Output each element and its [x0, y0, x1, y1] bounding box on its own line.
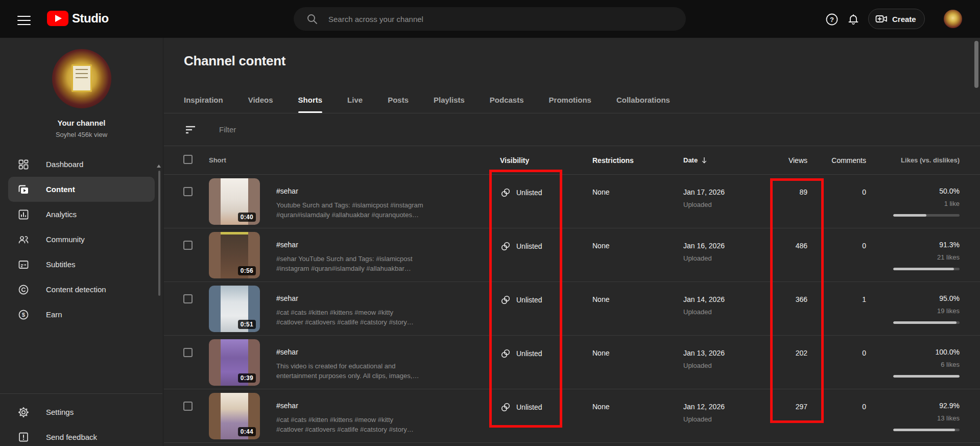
- sidebar-scrollbar[interactable]: [158, 171, 160, 296]
- sidebar-item-earn[interactable]: $ Earn: [0, 302, 163, 327]
- likes-percentage: 50.0%: [866, 187, 960, 195]
- column-header-date[interactable]: Date: [683, 156, 770, 165]
- channel-avatar[interactable]: [52, 49, 111, 108]
- column-header-visibility[interactable]: Visibility: [500, 156, 592, 165]
- table-row: 0:44 #sehar #cat #cats #kitten #kittens …: [164, 389, 980, 443]
- search-input[interactable]: [328, 15, 655, 24]
- video-title[interactable]: #sehar: [276, 294, 492, 302]
- date-value: Jan 16, 2026: [683, 242, 770, 250]
- video-description[interactable]: This video is created for educational an…: [276, 361, 492, 381]
- row-checkbox[interactable]: [183, 348, 193, 357]
- column-header-likes[interactable]: Likes (vs. dislikes): [866, 156, 960, 164]
- sidebar-item-settings[interactable]: Settings: [0, 400, 163, 425]
- content-icon: [17, 183, 30, 196]
- notifications-bell-icon[interactable]: [847, 13, 860, 26]
- tab-podcasts[interactable]: Podcasts: [490, 96, 524, 113]
- video-description[interactable]: Youtube Surch and Tags: #islamicpost #in…: [276, 200, 492, 220]
- tab-collaborations[interactable]: Collaborations: [616, 96, 670, 113]
- tab-posts[interactable]: Posts: [388, 96, 409, 113]
- visibility-cell[interactable]: Unlisted: [500, 228, 592, 252]
- video-description[interactable]: #sehar YouTube Surch and Tags: #islamicp…: [276, 254, 492, 273]
- table-row: 0:40 #sehar Youtube Surch and Tags: #isl…: [164, 175, 980, 228]
- video-description[interactable]: #cat #cats #kitten #kittens #meow #kitty…: [276, 415, 492, 434]
- visibility-cell[interactable]: Unlisted: [500, 336, 592, 359]
- views-value: 486: [770, 228, 807, 250]
- date-value: Jan 12, 2026: [683, 403, 770, 411]
- column-header-comments[interactable]: Comments: [807, 156, 866, 165]
- column-header-short[interactable]: Short: [209, 156, 500, 164]
- row-checkbox[interactable]: [183, 294, 193, 303]
- visibility-cell[interactable]: Unlisted: [500, 175, 592, 198]
- sidebar-item-send-feedback[interactable]: Send feedback: [0, 425, 163, 446]
- restrictions-value[interactable]: None: [592, 228, 683, 250]
- visibility-cell[interactable]: Unlisted: [500, 282, 592, 306]
- filter-placeholder[interactable]: Filter: [219, 125, 236, 134]
- views-value: 366: [770, 282, 807, 303]
- youtube-studio-logo[interactable]: Studio: [47, 11, 109, 26]
- video-thumbnail[interactable]: 0:40: [209, 178, 260, 225]
- svg-text:?: ?: [830, 16, 834, 24]
- restrictions-value[interactable]: None: [592, 175, 683, 196]
- sidebar-item-content[interactable]: Content: [8, 177, 155, 202]
- filter-bar[interactable]: Filter: [164, 113, 980, 146]
- subtitles-icon: [17, 259, 30, 271]
- help-icon[interactable]: ?: [825, 13, 839, 26]
- restrictions-value[interactable]: None: [592, 389, 683, 411]
- tab-shorts[interactable]: Shorts: [298, 96, 323, 113]
- table-header: Short Visibility Restrictions Date Views…: [164, 146, 980, 175]
- unlisted-link-icon: [500, 187, 511, 198]
- video-thumbnail[interactable]: 0:44: [209, 393, 260, 439]
- video-thumbnail[interactable]: 0:56: [209, 232, 260, 278]
- video-description[interactable]: #cat #cats #kitten #kittens #meow #kitty…: [276, 308, 492, 327]
- comments-value: 0: [807, 389, 866, 411]
- column-header-views[interactable]: Views: [770, 156, 807, 165]
- column-header-restrictions[interactable]: Restrictions: [592, 156, 683, 165]
- likes-count: 1 like: [866, 200, 960, 207]
- video-title[interactable]: #sehar: [276, 348, 492, 356]
- video-title[interactable]: #sehar: [276, 402, 492, 410]
- likes-percentage: 100.0%: [866, 348, 960, 356]
- video-title[interactable]: #sehar: [276, 241, 492, 249]
- duration-badge: 0:51: [238, 320, 256, 329]
- row-checkbox[interactable]: [183, 241, 193, 250]
- menu-hamburger-icon[interactable]: [17, 13, 31, 25]
- unlisted-link-icon: [500, 294, 511, 306]
- restrictions-value[interactable]: None: [592, 282, 683, 303]
- create-video-icon: [875, 12, 888, 26]
- video-thumbnail[interactable]: 0:39: [209, 339, 260, 386]
- sidebar-item-community[interactable]: Community: [0, 227, 163, 252]
- date-cell: Jan 14, 2026 Uploaded: [683, 282, 770, 316]
- tab-live[interactable]: Live: [347, 96, 363, 113]
- comments-value: 0: [807, 336, 866, 357]
- video-title[interactable]: #sehar: [276, 187, 492, 195]
- restrictions-value[interactable]: None: [592, 336, 683, 357]
- brand-name: Studio: [72, 11, 109, 26]
- main-content: Channel content InspirationVideosShortsL…: [164, 38, 980, 446]
- sidebar-item-analytics[interactable]: Analytics: [0, 202, 163, 227]
- duration-badge: 0:40: [238, 213, 256, 222]
- tab-playlists[interactable]: Playlists: [434, 96, 465, 113]
- table-row: 0:51 #sehar #cat #cats #kitten #kittens …: [164, 282, 980, 336]
- tab-promotions[interactable]: Promotions: [549, 96, 591, 113]
- tab-videos[interactable]: Videos: [248, 96, 273, 113]
- select-all-checkbox[interactable]: [183, 155, 193, 164]
- date-status: Uploaded: [683, 362, 770, 369]
- sidebar-item-content-detection[interactable]: Content detection: [0, 277, 163, 302]
- row-checkbox[interactable]: [183, 187, 193, 196]
- visibility-cell[interactable]: Unlisted: [500, 389, 592, 413]
- account-avatar[interactable]: [944, 10, 962, 28]
- create-button-label: Create: [892, 15, 916, 24]
- likes-cell: 92.9% 13 likes: [866, 389, 960, 431]
- video-thumbnail[interactable]: 0:51: [209, 286, 260, 332]
- sidebar-item-dashboard[interactable]: Dashboard: [0, 152, 163, 177]
- sidebar-item-label: Subtitles: [46, 260, 76, 269]
- page-scrollbar[interactable]: [974, 41, 978, 88]
- comments-value: 0: [807, 175, 866, 196]
- search-bar[interactable]: [294, 7, 686, 31]
- create-button[interactable]: Create: [868, 9, 925, 29]
- sidebar-scroll-up-arrow[interactable]: [157, 165, 161, 168]
- sidebar-item-subtitles[interactable]: Subtitles: [0, 252, 163, 277]
- tab-inspiration[interactable]: Inspiration: [184, 96, 223, 113]
- row-checkbox[interactable]: [183, 402, 193, 411]
- date-value: Jan 14, 2026: [683, 295, 770, 303]
